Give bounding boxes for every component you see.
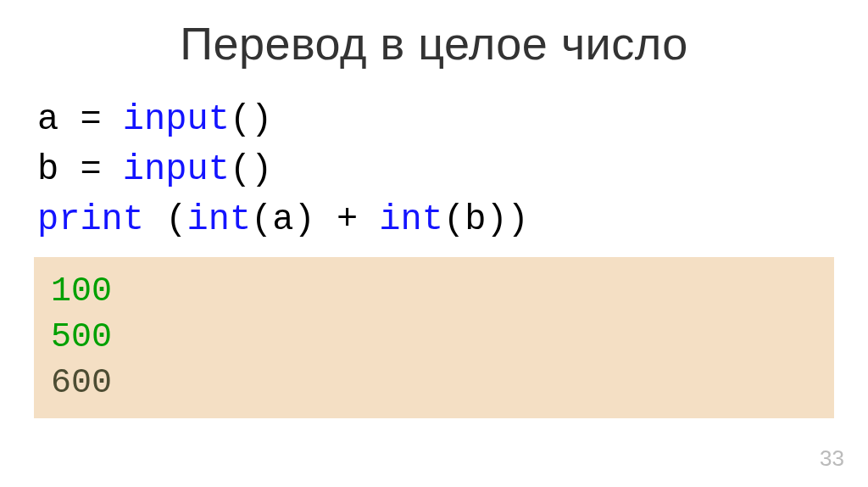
- code-fn-print: print: [37, 199, 144, 240]
- code-assign: =: [58, 99, 123, 140]
- code-space: [144, 199, 165, 240]
- code-arg: (b): [443, 199, 508, 240]
- code-paren: ): [508, 199, 529, 240]
- slide-title: Перевод в целое число: [34, 17, 834, 70]
- output-box: 100 500 600: [34, 257, 834, 418]
- output-line-result: 600: [51, 361, 817, 406]
- code-line-1: a = input(): [37, 95, 834, 145]
- page-number: 33: [820, 445, 844, 472]
- code-paren: (): [230, 99, 272, 140]
- code-fn-int: int: [186, 199, 251, 240]
- slide: Перевод в целое число a = input() b = in…: [0, 0, 868, 487]
- code-paren: (): [230, 149, 272, 190]
- code-var: b: [37, 149, 58, 190]
- code-fn-int: int: [379, 199, 443, 240]
- code-arg: (a): [251, 199, 315, 240]
- output-line-input: 100: [51, 269, 817, 315]
- code-fn-input: input: [123, 149, 230, 190]
- code-fn-input: input: [123, 99, 230, 140]
- code-var: a: [37, 99, 58, 140]
- code-assign: =: [58, 149, 123, 190]
- output-line-input: 500: [51, 315, 817, 361]
- code-line-3: print (int(a) + int(b)): [37, 195, 834, 245]
- code-block: a = input() b = input() print (int(a) + …: [34, 95, 834, 244]
- code-line-2: b = input(): [37, 145, 834, 195]
- code-plus: +: [315, 199, 380, 240]
- code-paren: (: [165, 199, 186, 240]
